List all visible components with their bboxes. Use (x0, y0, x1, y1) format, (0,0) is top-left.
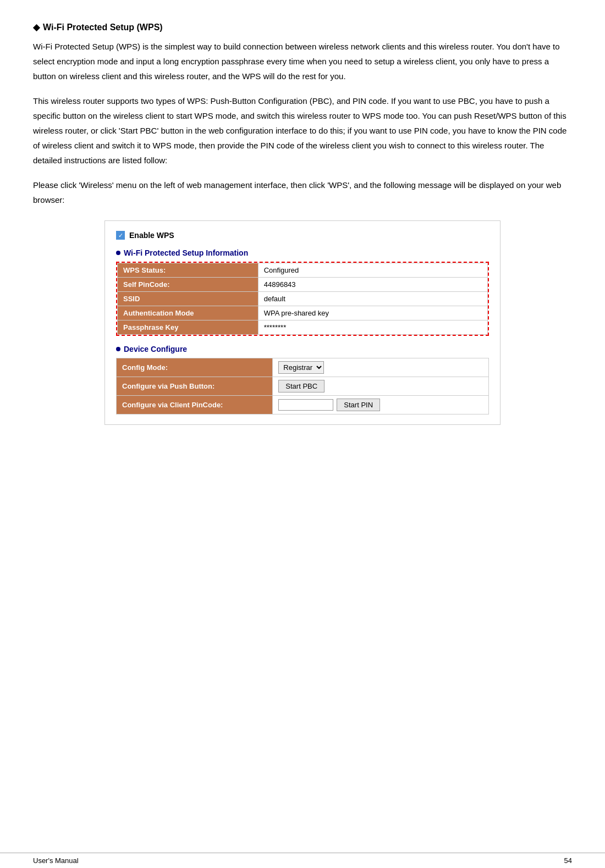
paragraph1: Wi-Fi Protected Setup (WPS) is the simpl… (33, 39, 572, 84)
table-row: SSIDdefault (118, 292, 488, 306)
table-cell-key: Self PinCode: (118, 278, 258, 292)
config-table-row: Config Mode:Registrar (117, 358, 489, 377)
paragraph3: Please click 'Wireless' menu on the left… (33, 178, 572, 207)
wps-info-section-header: Wi-Fi Protected Setup Information (116, 248, 489, 257)
device-configure-header: Device Configure (116, 345, 489, 353)
table-cell-value: WPA pre-shared key (258, 306, 487, 320)
footer-left: User's Manual (33, 856, 79, 865)
table-cell-key: SSID (118, 292, 258, 306)
section-title-text: Wi-Fi Protected Setup (WPS) (43, 23, 163, 32)
footer: User's Manual 54 (0, 853, 605, 868)
enable-wps-label: Enable WPS (129, 231, 174, 240)
start-pin-button[interactable]: Start PIN (337, 399, 380, 411)
bullet-icon (116, 251, 120, 255)
table-cell-value: ******** (258, 320, 487, 335)
table-row: Authentication ModeWPA pre-shared key (118, 306, 488, 320)
table-cell-key: Passphrase Key (118, 320, 258, 335)
config-cell-value: Start PIN (273, 396, 489, 414)
section-title: ◆ Wi-Fi Protected Setup (WPS) (33, 22, 572, 32)
paragraph2: This wireless router supports two types … (33, 93, 572, 168)
table-row: Passphrase Key******** (118, 320, 488, 335)
start-pbc-button[interactable]: Start PBC (278, 380, 324, 392)
wps-info-table: WPS Status:ConfiguredSelf PinCode:448968… (117, 263, 488, 335)
pin-code-input[interactable] (278, 399, 333, 411)
diamond-icon: ◆ (33, 22, 40, 32)
page-number: 54 (564, 856, 572, 865)
config-cell-value: Start PBC (273, 377, 489, 396)
table-cell-key: Authentication Mode (118, 306, 258, 320)
table-cell-value: Configured (258, 263, 487, 278)
config-cell-value: Registrar (273, 358, 489, 377)
wps-info-dashed-box: WPS Status:ConfiguredSelf PinCode:448968… (116, 262, 489, 336)
config-table: Config Mode:RegistrarConfigure via Push … (116, 358, 489, 414)
config-cell-key: Config Mode: (117, 358, 273, 377)
table-cell-key: WPS Status: (118, 263, 258, 278)
enable-wps-row: ✓ Enable WPS (116, 231, 489, 240)
table-row: Self PinCode:44896843 (118, 278, 488, 292)
table-row: WPS Status:Configured (118, 263, 488, 278)
enable-wps-checkbox[interactable]: ✓ (116, 231, 125, 240)
config-table-row: Configure via Client PinCode:Start PIN (117, 396, 489, 414)
config-cell-key: Configure via Client PinCode: (117, 396, 273, 414)
device-configure-label: Device Configure (124, 345, 187, 353)
config-cell-key: Configure via Push Button: (117, 377, 273, 396)
device-configure-section: Device Configure Config Mode:RegistrarCo… (116, 345, 489, 414)
config-mode-select[interactable]: Registrar (278, 361, 324, 374)
table-cell-value: default (258, 292, 487, 306)
table-cell-value: 44896843 (258, 278, 487, 292)
bullet-icon2 (116, 347, 120, 351)
config-table-row: Configure via Push Button:Start PBC (117, 377, 489, 396)
wps-info-section-label: Wi-Fi Protected Setup Information (124, 248, 248, 257)
screenshot-box: ✓ Enable WPS Wi-Fi Protected Setup Infor… (105, 220, 501, 425)
